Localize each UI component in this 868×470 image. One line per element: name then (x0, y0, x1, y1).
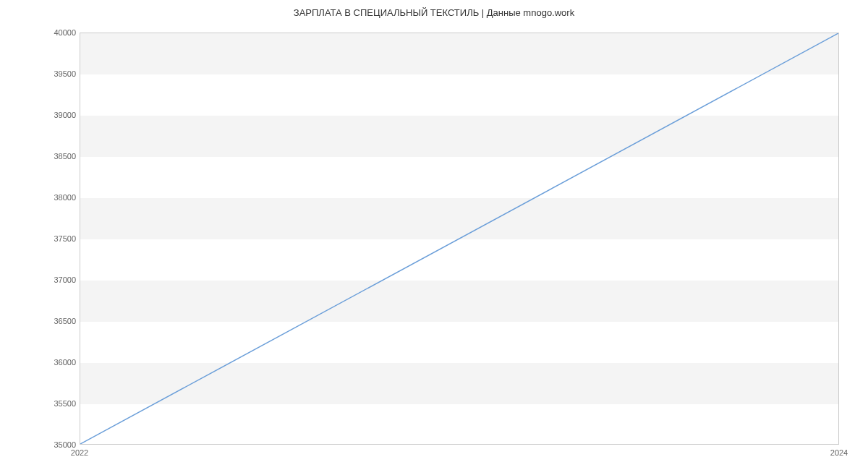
x-tick-label: 2022 (71, 448, 88, 457)
y-tick-label: 36000 (40, 358, 76, 367)
y-tick-label: 36500 (40, 317, 76, 325)
chart-title: ЗАРПЛАТА В СПЕЦИАЛЬНЫЙ ТЕКСТИЛЬ | Данные… (0, 0, 868, 18)
chart-line (80, 33, 838, 444)
y-tick-label: 38000 (40, 193, 76, 202)
y-tick-label: 39000 (40, 111, 76, 119)
y-tick-label: 37000 (40, 275, 76, 284)
y-tick-label: 35500 (40, 399, 76, 408)
y-tick-label: 37500 (40, 234, 76, 243)
y-tick-label: 40000 (40, 28, 76, 37)
y-tick-label: 38500 (40, 152, 76, 161)
chart-plot-area (80, 33, 839, 445)
y-tick-label: 39500 (40, 69, 76, 78)
x-tick-label: 2024 (830, 448, 848, 457)
svg-line-0 (80, 33, 838, 444)
